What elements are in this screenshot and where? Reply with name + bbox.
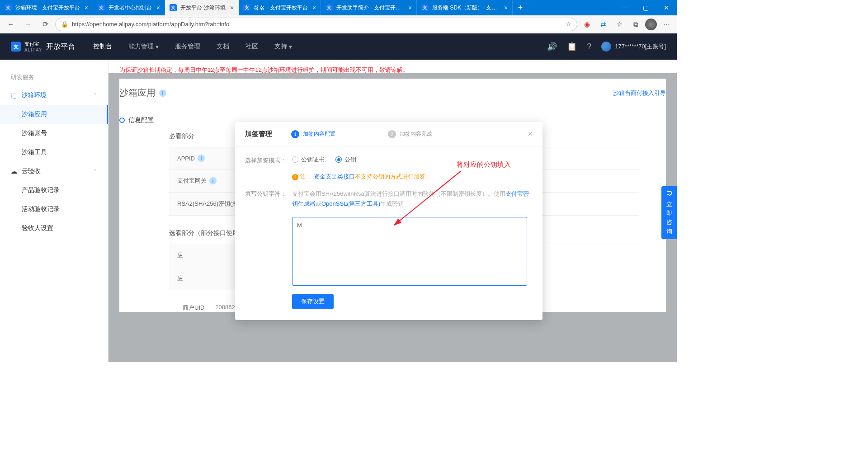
favorites-icon[interactable]: ☆ [613,18,626,31]
user-chip[interactable]: 177******70[主账号] [601,42,666,52]
adblock-icon[interactable]: ◉ [580,18,594,31]
alipay-favicon: 支 [326,4,333,11]
address-bar: ← → ⟳ 🔒 https://openhome.alipay.com/plat… [0,15,677,33]
modal-title: 加签管理 [245,130,272,138]
brand[interactable]: 支 支付宝 ALIPAY 开放平台 [11,41,75,52]
radio-pubkey[interactable]: 公钥 [335,155,356,164]
collections-icon[interactable]: ⧉ [629,18,642,31]
profile-avatar[interactable] [645,19,657,30]
browser-tab[interactable]: 支签名 - 支付宝开放平台× [239,0,321,15]
close-icon[interactable]: × [230,4,234,11]
user-label: 177******70[主账号] [615,42,666,51]
nav-community[interactable]: 社区 [245,42,258,51]
site-header: 支 支付宝 ALIPAY 开放平台 控制台 能力管理▾ 服务管理 文档 社区 支… [0,33,677,60]
modal-close-icon[interactable]: × [528,129,533,139]
browser-tab[interactable]: 支沙箱环境 - 支付宝开放平台× [0,0,93,15]
sound-icon[interactable]: 🔊 [547,42,557,52]
info-icon[interactable]: i [159,89,166,97]
alipay-favicon: 支 [5,4,12,11]
alipay-favicon: 支 [243,4,250,11]
star-icon[interactable]: ☆ [566,21,571,28]
sidebar-item-sandbox-tools[interactable]: 沙箱工具 [0,143,108,162]
fill-label: 填写公钥字符： [245,189,292,198]
close-icon[interactable]: × [408,4,412,11]
close-icon[interactable]: × [85,4,88,11]
page-title: 沙箱应用i [119,87,166,99]
tab-label: 开放平台-沙箱环境 [180,4,226,12]
nav-ability[interactable]: 能力管理▾ [128,42,159,51]
browser-tab-strip: 支沙箱环境 - 支付宝开放平台× 支开发者中心控制台× 支开放平台-沙箱环境× … [0,0,677,15]
close-icon[interactable]: × [312,4,316,11]
forward-icon[interactable]: → [21,17,35,32]
nav-menu: 控制台 能力管理▾ 服务管理 文档 社区 支持▾ [93,42,292,51]
sidebar: 研发服务 ⬚沙箱环境⌃ 沙箱应用 沙箱账号 沙箱工具 ☁云验收⌃ 产品验收记录 … [0,60,108,362]
chevron-up-icon: ⌃ [93,168,97,174]
sidebar-sandbox[interactable]: ⬚沙箱环境⌃ [0,86,108,105]
browser-tab[interactable]: 支开发者中心控制台× [93,0,165,15]
sidebar-item-sandbox-app[interactable]: 沙箱应用 [0,105,108,124]
new-tab-button[interactable]: + [513,0,528,15]
url-text: https://openhome.alipay.com/platform/app… [72,21,229,28]
cube-icon: ⬚ [11,92,17,99]
save-settings-button[interactable]: 保存设置 [292,294,334,309]
chevron-down-icon: ▾ [289,43,292,50]
brand-title: 开放平台 [46,42,75,52]
close-icon[interactable]: × [156,4,160,11]
chevron-down-icon: ▾ [156,43,159,50]
cloud-icon: ☁ [11,168,17,175]
more-icon[interactable]: ⋯ [660,18,673,31]
tab-label: 服务端 SDK（新版）- 支付宝 [432,4,500,12]
window-maximize-icon[interactable]: ▢ [635,0,656,15]
key-description: 支付宝会用SHA256withRsa算法进行接口调用时的验签（不限制密钥长度）。… [292,189,533,209]
sidebar-item-sandbox-account[interactable]: 沙箱账号 [0,124,108,143]
step-divider [344,134,380,134]
uid-label: 商户UID [183,304,204,312]
brand-en: ALIPAY [24,47,42,52]
warning-note: !注： 资金支出类接口不支持公钥的方式进行加签。 [292,173,431,181]
window-close-icon[interactable]: ✕ [656,0,677,15]
sidebar-item-product-record[interactable]: 产品验收记录 [0,181,108,200]
face2face-guide-link[interactable]: 沙箱当面付接入引导 [613,89,666,97]
sidebar-group-label: 研发服务 [0,69,108,86]
nav-service[interactable]: 服务管理 [175,42,200,51]
chevron-up-icon: ⌃ [93,92,97,99]
info-icon[interactable]: i [209,177,217,184]
annotation-text: 将对应的公钥填入 [457,160,511,169]
close-icon[interactable]: × [504,4,508,11]
alipay-favicon: 支 [170,4,177,11]
url-field[interactable]: 🔒 https://openhome.alipay.com/platform/a… [55,18,577,31]
user-avatar-icon [601,42,611,52]
sync-icon[interactable]: ⇄ [596,18,610,31]
openssl-link[interactable]: OpenSSL(第三方工具) [321,200,380,207]
fund-api-link[interactable]: 资金支出类接口 [314,173,355,180]
chat-icon: 🗨 [666,190,673,198]
clipboard-icon[interactable]: 📋 [567,42,577,52]
warning-icon: ! [292,174,298,180]
sidebar-cloud[interactable]: ☁云验收⌃ [0,162,108,181]
radio-icon [335,156,342,163]
radio-icon [292,156,298,163]
browser-tab[interactable]: 支开发助手简介 - 支付宝开放平× [321,0,417,15]
nav-docs[interactable]: 文档 [217,42,229,51]
public-key-textarea[interactable] [292,217,527,286]
info-icon[interactable]: i [198,155,205,162]
consult-float-button[interactable]: 🗨 立 即 咨 询 [661,186,677,239]
browser-tab[interactable]: 支服务端 SDK（新版）- 支付宝× [417,0,513,15]
lock-icon: 🔒 [61,21,68,28]
radio-cert[interactable]: 公钥证书 [292,155,325,164]
back-icon[interactable]: ← [4,17,18,32]
window-minimize-icon[interactable]: ─ [614,0,635,15]
alipay-logo-icon: 支 [11,42,21,52]
tab-label: 沙箱环境 - 支付宝开放平台 [15,4,80,12]
nav-support[interactable]: 支持▾ [274,42,292,51]
help-icon[interactable]: ? [587,42,591,52]
sign-management-modal: 加签管理 1加签内容配置 2加签内容完成 × 选择加签模式： 公钥证书 公钥 !… [235,122,542,320]
alipay-favicon: 支 [98,4,105,11]
alipay-favicon: 支 [421,4,429,11]
sidebar-item-activity-record[interactable]: 活动验收记录 [0,200,108,219]
browser-tab-active[interactable]: 支开放平台-沙箱环境× [165,0,239,15]
sidebar-item-acceptor-settings[interactable]: 验收人设置 [0,219,108,238]
refresh-icon[interactable]: ⟳ [38,17,52,32]
nav-console[interactable]: 控制台 [93,42,112,51]
step-1: 1加签内容配置 [291,130,335,138]
